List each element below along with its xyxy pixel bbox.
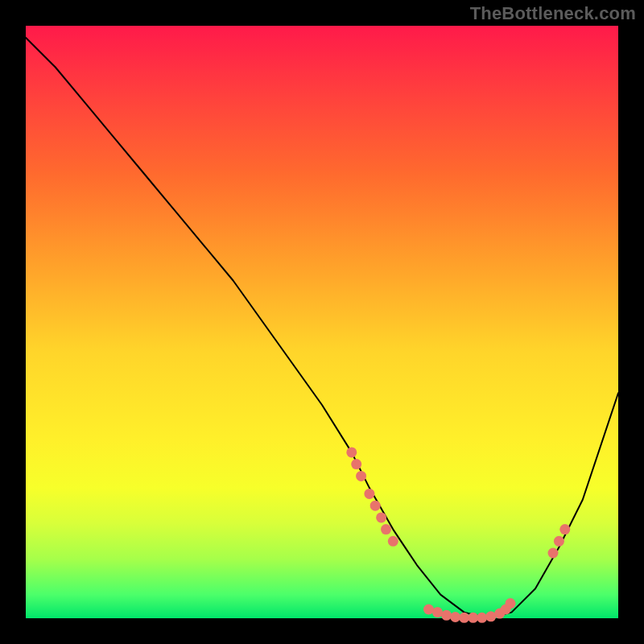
data-marker [441,610,452,621]
data-marker [459,613,469,623]
data-marker [554,536,564,547]
data-marker [356,471,366,481]
data-marker [559,524,570,535]
data-marker [351,459,361,469]
data-marker [485,611,496,621]
bottleneck-curve [26,38,618,618]
curve-svg [26,26,618,618]
data-marker [346,447,357,457]
plot-area [26,26,618,618]
data-marker [370,501,381,511]
watermark-text: TheBottleneck.com [470,3,636,24]
marker-group [346,447,570,622]
data-marker [376,512,386,522]
data-marker [423,605,434,615]
data-marker [548,548,559,559]
data-marker [364,489,374,499]
data-marker [477,613,487,623]
data-marker [388,536,398,547]
data-marker [432,607,443,617]
chart-frame: TheBottleneck.com [0,0,644,644]
data-marker [506,598,516,609]
data-marker [381,524,391,535]
